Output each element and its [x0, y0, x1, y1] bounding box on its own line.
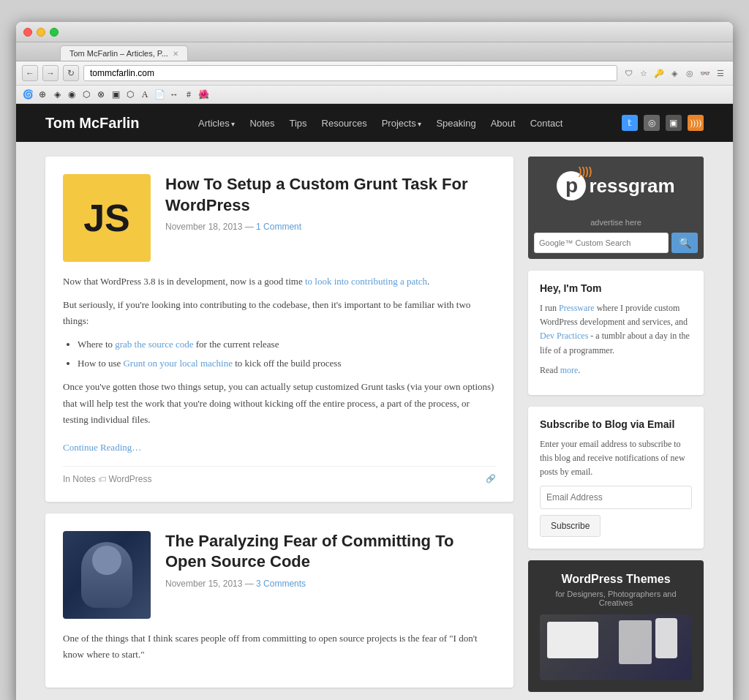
tab-title: Tom McFarlin – Articles, P...: [69, 49, 168, 58]
nav-articles[interactable]: Articles: [198, 118, 235, 129]
pressware-link[interactable]: Pressware: [559, 303, 595, 313]
post-2-comments-link[interactable]: 3 Comments: [256, 579, 306, 589]
address-bar[interactable]: [83, 65, 617, 81]
sidebar: p )))) ressgram advertise here 🔍 He: [528, 157, 704, 692]
post-1-title[interactable]: How To Setup a Custom Grunt Task For Wor…: [165, 174, 496, 216]
twitter-icon[interactable]: 𝕥: [622, 115, 638, 131]
pressgram-logo: p )))) ressgram: [528, 157, 704, 215]
layers-icon: ◈: [668, 67, 681, 80]
read-more-link[interactable]: more: [560, 365, 579, 375]
nav-resources[interactable]: Resources: [322, 118, 367, 129]
post-1-footer: In Notes 🏷 WordPress 🔗: [63, 466, 496, 484]
subscribe-widget: Subscribe to Blog via Email Enter your e…: [528, 407, 704, 549]
post-1-date: November 18, 2013 — 1 Comment: [165, 222, 496, 232]
nav-about[interactable]: About: [491, 118, 516, 129]
tab-bar: Tom McFarlin – Articles, P... ✕: [16, 42, 733, 61]
back-button[interactable]: ←: [22, 65, 38, 81]
post-1-tags: In Notes 🏷 WordPress: [63, 474, 152, 484]
preview-phone-icon: [655, 618, 677, 658]
tag-icon: 🏷: [98, 475, 106, 483]
bookmark-9[interactable]: A: [139, 89, 151, 100]
post-card-2: The Paralyzing Fear of Committing To Ope…: [45, 513, 513, 688]
tag-wordpress-link[interactable]: WordPress: [108, 474, 151, 484]
social-icons: 𝕥 ◎ ▣ )))): [622, 115, 704, 131]
nav-contact[interactable]: Contact: [530, 118, 563, 129]
sidebar-search-button[interactable]: 🔍: [671, 233, 698, 253]
window-controls: [23, 28, 59, 37]
site-header: Tom McFarlin Articles Notes Tips Resourc…: [16, 104, 733, 142]
wp-themes-ad[interactable]: WordPress Themes for Designers, Photogra…: [528, 560, 704, 692]
contrib-link[interactable]: to look into contributing a patch: [305, 276, 427, 287]
post-2-body: One of the things that I think scares pe…: [63, 631, 496, 663]
forward-button[interactable]: →: [42, 65, 59, 81]
instagram-icon[interactable]: ◎: [644, 115, 660, 131]
browser-window: Tom McFarlin – Articles, P... ✕ ← → ↻ 🛡 …: [16, 22, 733, 700]
bookmark-8[interactable]: ⬡: [124, 89, 136, 100]
nav-speaking[interactable]: Speaking: [436, 118, 475, 129]
post-2-date: November 15, 2013 — 3 Comments: [165, 579, 496, 589]
pressgram-ad[interactable]: p )))) ressgram advertise here 🔍: [528, 157, 704, 259]
posts-column: JS How To Setup a Custom Grunt Task For …: [45, 157, 513, 692]
read-more-text: Read more.: [540, 364, 692, 377]
sidebar-search-input[interactable]: [534, 233, 669, 253]
email-input[interactable]: [540, 486, 692, 509]
subscribe-widget-text: Enter your email address to subscribe to…: [540, 437, 692, 480]
permalink-icon[interactable]: 🔗: [486, 474, 496, 483]
site-title: Tom McFarlin: [45, 115, 140, 132]
rss-icon[interactable]: )))): [688, 115, 704, 131]
maximize-button[interactable]: [50, 28, 59, 37]
continue-reading-link-1[interactable]: Continue Reading…: [63, 440, 141, 456]
bookmark-13[interactable]: 🌺: [197, 89, 209, 100]
nav-projects[interactable]: Projects: [382, 118, 422, 129]
pressgram-text: ressgram: [589, 175, 674, 197]
bookmark-4[interactable]: ◉: [66, 89, 78, 100]
wp-themes-preview: [540, 614, 692, 680]
about-widget-title: Hey, I'm Tom: [540, 282, 692, 294]
bookmark-7[interactable]: ▣: [110, 89, 121, 100]
post-2-thumbnail: [63, 531, 151, 619]
bookmark-2[interactable]: ⊕: [37, 89, 48, 100]
browser-toolbar: ← → ↻ 🛡 ☆ 🔑 ◈ ◎ 👓 ☰: [16, 61, 733, 86]
bookmark-10[interactable]: 📄: [154, 89, 165, 100]
bookmark-11[interactable]: ↔: [168, 89, 180, 100]
post-1-comments-link[interactable]: 1 Comment: [256, 222, 301, 232]
category-notes-link[interactable]: Notes: [72, 474, 95, 484]
menu-icon[interactable]: ☰: [714, 67, 727, 80]
frozen-face: [92, 546, 121, 575]
post-2-title[interactable]: The Paralyzing Fear of Committing To Ope…: [165, 531, 496, 573]
subscribe-widget-title: Subscribe to Blog via Email: [540, 418, 692, 430]
advertise-here-text: advertise here: [528, 215, 704, 230]
grunt-link[interactable]: Grunt on your local machine: [123, 358, 232, 369]
post-1-meta: How To Setup a Custom Grunt Task For Wor…: [165, 174, 496, 262]
wp-themes-title: WordPress Themes: [561, 572, 670, 587]
nav-tips[interactable]: Tips: [289, 118, 306, 129]
shield-icon: 🛡: [622, 67, 635, 80]
nav-notes[interactable]: Notes: [249, 118, 274, 129]
preview-tablet-icon: [619, 620, 652, 664]
bookmark-3[interactable]: ◈: [51, 89, 63, 100]
browser-tab[interactable]: Tom McFarlin – Articles, P... ✕: [60, 45, 188, 61]
grab-source-link[interactable]: grab the source code: [115, 339, 193, 350]
facebook-icon[interactable]: ▣: [666, 115, 682, 131]
star-icon[interactable]: ☆: [637, 67, 650, 80]
tab-close-icon[interactable]: ✕: [173, 50, 178, 58]
toolbar-icons: 🛡 ☆ 🔑 ◈ ◎ 👓 ☰: [622, 67, 727, 80]
minimize-button[interactable]: [37, 28, 45, 37]
bookmark-6[interactable]: ⊗: [95, 89, 107, 100]
bookmark-12[interactable]: #: [183, 89, 195, 100]
sidebar-search: 🔍: [528, 233, 704, 253]
reload-button[interactable]: ↻: [63, 65, 79, 81]
frozen-figure-body: [81, 542, 132, 608]
bookmark-5[interactable]: ⬡: [80, 89, 92, 100]
wifi-icon: )))): [579, 165, 592, 177]
about-widget-text: I run Pressware where I provide custom W…: [540, 301, 692, 358]
browser-titlebar: [16, 22, 733, 42]
site-nav: Articles Notes Tips Resources Projects S…: [198, 118, 562, 129]
dev-practices-link[interactable]: Dev Practices: [540, 331, 588, 341]
post-1-header: JS How To Setup a Custom Grunt Task For …: [63, 174, 496, 262]
subscribe-button[interactable]: Subscribe: [540, 515, 601, 537]
bookmark-1[interactable]: 🌀: [22, 89, 34, 100]
wp-themes-subtitle: for Designers, Photographers and Creativ…: [540, 590, 692, 607]
post-2-meta: The Paralyzing Fear of Committing To Ope…: [165, 531, 496, 619]
close-button[interactable]: [23, 28, 32, 37]
